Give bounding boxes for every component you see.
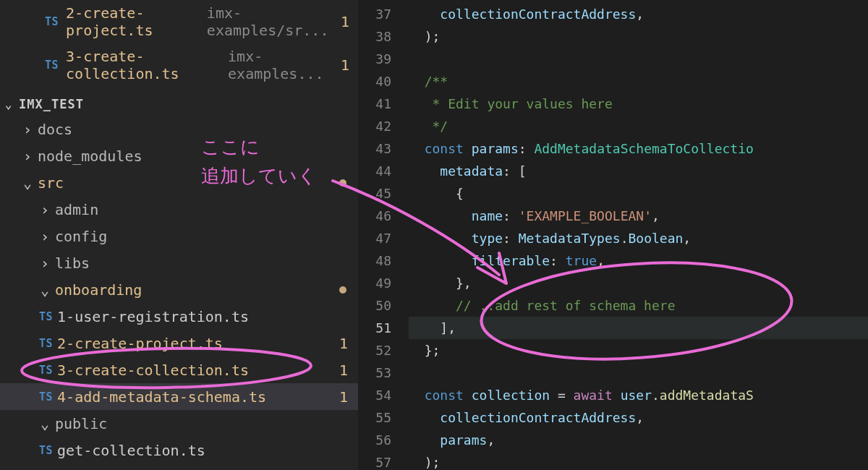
code-line[interactable]: const collection = await user.addMetadat… <box>409 384 868 406</box>
line-number: 40 <box>358 70 409 93</box>
code-line[interactable]: }, <box>409 272 868 294</box>
open-editor-path: imx-examples... <box>228 48 333 82</box>
open-editor-item[interactable]: TS 3-create-collection.ts imx-examples..… <box>0 43 358 87</box>
code-line[interactable]: filterable: true, <box>409 249 868 272</box>
file-get-collections[interactable]: TS get-collections.ts <box>0 463 358 470</box>
line-number: 50 <box>358 294 409 317</box>
chevron-right-icon: › <box>39 201 51 218</box>
line-number: 53 <box>358 362 409 384</box>
code-line[interactable]: }; <box>409 339 868 362</box>
folder-label: onboarding <box>55 281 142 299</box>
code-line[interactable]: name: 'EXAMPLE_BOOLEAN', <box>409 205 868 227</box>
line-number: 55 <box>358 406 409 429</box>
code-line[interactable]: * Edit your values here <box>409 93 868 115</box>
chevron-down-icon: ⌄ <box>39 281 51 299</box>
folder-onboarding[interactable]: ⌄ onboarding <box>0 276 358 303</box>
code-line[interactable] <box>409 362 868 384</box>
open-editor-filename: 3-create-collection.ts <box>66 48 221 82</box>
explorer-root-name: IMX_TEST <box>19 97 84 111</box>
open-editor-item[interactable]: TS 2-create-project.ts imx-examples/sr..… <box>0 0 358 43</box>
line-number: 48 <box>358 249 409 272</box>
editor-pane: 3738394041424344454647484950515253545556… <box>358 0 868 470</box>
code-line[interactable]: ); <box>409 451 868 470</box>
file-label: get-collection.ts <box>57 442 205 459</box>
code-line[interactable]: { <box>409 182 868 205</box>
ts-icon: TS <box>45 59 59 72</box>
chevron-right-icon: › <box>39 255 51 272</box>
code-line[interactable]: // ..add rest of schema here <box>409 294 868 317</box>
code-area[interactable]: collectionContractAddress, ); /** * Edit… <box>409 0 868 470</box>
open-editor-path: imx-examples/sr... <box>207 4 333 39</box>
ts-icon: TS <box>39 364 53 377</box>
line-number: 56 <box>358 429 409 451</box>
line-number: 41 <box>358 93 409 115</box>
file-label: 4-add-metadata-schema.ts <box>57 388 266 406</box>
file-label: 2-create-project.ts <box>57 335 223 352</box>
problem-count: 1 <box>339 362 358 379</box>
line-number: 45 <box>358 182 409 205</box>
chevron-down-icon: ⌄ <box>3 97 14 111</box>
line-number: 37 <box>358 3 409 25</box>
line-number: 43 <box>358 137 409 160</box>
line-number: 42 <box>358 115 409 137</box>
folder-label: admin <box>55 201 98 218</box>
line-number: 54 <box>358 384 409 406</box>
folder-admin[interactable]: › admin <box>0 196 358 223</box>
code-line[interactable]: collectionContractAddress, <box>409 406 868 429</box>
code-line[interactable]: ], <box>409 317 868 339</box>
sidebar: TS 2-create-project.ts imx-examples/sr..… <box>0 0 358 470</box>
code-line[interactable]: type: MetadataTypes.Boolean, <box>409 227 868 249</box>
code-line[interactable]: */ <box>409 115 868 137</box>
ts-icon: TS <box>45 15 59 28</box>
file-tree: › docs › node_modules ⌄ src › admin › co… <box>0 116 358 470</box>
line-number: 46 <box>358 205 409 227</box>
line-number: 47 <box>358 227 409 249</box>
file-4-add-metadata-schema[interactable]: TS 4-add-metadata-schema.ts 1 <box>0 383 358 410</box>
open-editor-problem-count: 1 <box>341 56 358 74</box>
chevron-right-icon: › <box>22 121 33 138</box>
folder-src[interactable]: ⌄ src <box>0 169 358 196</box>
code-line[interactable]: /** <box>409 70 868 93</box>
code-line[interactable]: metadata: [ <box>409 160 868 182</box>
folder-docs[interactable]: › docs <box>0 116 358 142</box>
line-number: 38 <box>358 25 409 48</box>
file-3-create-collection[interactable]: TS 3-create-collection.ts 1 <box>0 356 358 383</box>
file-1-user-registration[interactable]: TS 1-user-registration.ts <box>0 303 358 330</box>
chevron-right-icon: › <box>22 148 33 165</box>
file-label: 3-create-collection.ts <box>57 362 249 379</box>
folder-label: config <box>55 228 107 245</box>
problem-count: 1 <box>339 388 358 406</box>
folder-label: node_modules <box>38 148 142 165</box>
folder-config[interactable]: › config <box>0 223 358 249</box>
file-get-collection[interactable]: TS get-collection.ts <box>0 437 358 463</box>
line-number: 44 <box>358 160 409 182</box>
code-line[interactable]: const params: AddMetadataSchemaToCollect… <box>409 137 868 160</box>
code-line[interactable] <box>409 48 868 70</box>
chevron-right-icon: › <box>39 228 51 245</box>
line-number: 49 <box>358 272 409 294</box>
code-line[interactable]: params, <box>409 429 868 451</box>
open-editor-problem-count: 1 <box>341 13 358 30</box>
code-line[interactable]: collectionContractAddress, <box>409 3 868 25</box>
folder-node-modules[interactable]: › node_modules <box>0 142 358 169</box>
code-line[interactable]: ); <box>409 25 868 48</box>
folder-libs[interactable]: › libs <box>0 249 358 276</box>
file-2-create-project[interactable]: TS 2-create-project.ts 1 <box>0 330 358 356</box>
ts-icon: TS <box>39 390 53 403</box>
folder-label: public <box>55 415 107 432</box>
line-number-gutter: 3738394041424344454647484950515253545556… <box>358 0 409 470</box>
ts-icon: TS <box>39 337 53 350</box>
folder-label: docs <box>38 121 72 138</box>
line-number: 39 <box>358 48 409 70</box>
line-number: 57 <box>358 451 409 470</box>
folder-label: libs <box>55 255 90 272</box>
open-editors-section: TS 2-create-project.ts imx-examples/sr..… <box>0 0 358 93</box>
ts-icon: TS <box>39 310 53 323</box>
ts-icon: TS <box>39 444 53 457</box>
folder-public[interactable]: ⌄ public <box>0 410 358 437</box>
folder-label: src <box>38 174 64 192</box>
file-label: 1-user-registration.ts <box>57 308 249 325</box>
explorer-section-header[interactable]: ⌄ IMX_TEST <box>0 93 358 116</box>
line-number: 52 <box>358 339 409 362</box>
chevron-down-icon: ⌄ <box>39 415 51 432</box>
